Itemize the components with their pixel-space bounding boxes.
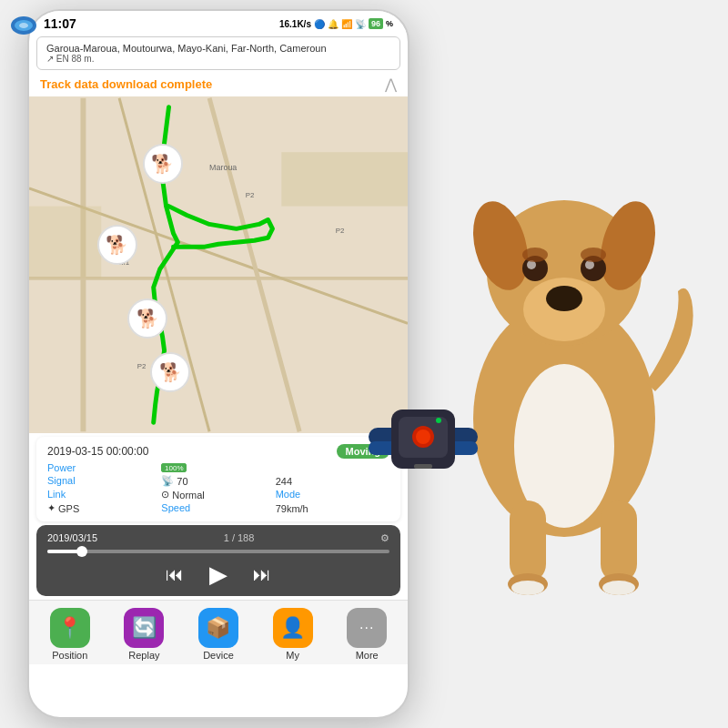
- bluetooth-icon: 🔵: [314, 19, 325, 29]
- playback-count: 1 / 188: [224, 532, 255, 544]
- rewind-icon: ⏮: [166, 564, 184, 585]
- dog-pin-4[interactable]: 🐕: [150, 352, 190, 392]
- play-button[interactable]: ▶: [209, 561, 228, 589]
- bottom-nav: 📍 Position 🔄 Replay 📦 Device 👤 My ···: [29, 600, 408, 664]
- my-label: My: [286, 650, 299, 661]
- svg-rect-30: [601, 500, 637, 582]
- nav-my[interactable]: 👤 My: [266, 608, 320, 661]
- my-icon: 👤: [280, 616, 305, 640]
- more-label: More: [356, 650, 379, 661]
- position-icon: 📍: [57, 616, 82, 640]
- gps-tracker-device: [364, 400, 482, 491]
- playback-controls: ⏮ ▶ ⏭: [47, 561, 389, 589]
- svg-text:P2: P2: [336, 227, 345, 235]
- app-logo: [9, 13, 38, 42]
- svg-rect-29: [510, 500, 546, 582]
- nav-more[interactable]: ··· More: [339, 608, 394, 661]
- device-label: Device: [203, 650, 234, 661]
- svg-point-22: [546, 286, 582, 311]
- speed-value: 79km/h: [276, 502, 389, 514]
- replay-label: Replay: [128, 650, 159, 661]
- track-banner: Track data download complete ⋀: [29, 72, 408, 96]
- collapse-icon[interactable]: ⋀: [385, 76, 397, 93]
- play-icon: ▶: [209, 561, 228, 589]
- svg-rect-9: [29, 207, 101, 278]
- svg-point-41: [436, 418, 441, 423]
- power-label: Power: [47, 462, 161, 473]
- svg-text:P2: P2: [246, 191, 255, 199]
- svg-point-28: [581, 248, 606, 262]
- my-icon-wrap: 👤: [273, 608, 313, 648]
- forward-button[interactable]: ⏭: [253, 564, 271, 585]
- link-value: ⊙ Normal: [161, 489, 275, 500]
- nav-replay[interactable]: 🔄 Replay: [116, 608, 171, 661]
- status-time: 11:07: [44, 16, 76, 31]
- power-value: 100%: [161, 462, 275, 473]
- status-icons: 16.1K/s 🔵 🔔 📶 📡 96 %: [279, 18, 393, 29]
- link-icon: ⊙: [161, 489, 169, 500]
- more-icon: ···: [359, 620, 374, 636]
- status-bar: 11:07 16.1K/s 🔵 🔔 📶 📡 96 %: [29, 11, 408, 35]
- replay-icon: 🔄: [132, 616, 157, 640]
- dog-pin-1[interactable]: 🐕: [143, 144, 183, 184]
- mode-icon: ✦: [47, 502, 56, 514]
- svg-rect-42: [414, 464, 432, 469]
- info-card: 2019-03-15 00:00:00 Moving Power 100% Si…: [36, 437, 400, 521]
- map-svg: Maroua P2 P2 M1 P2: [29, 96, 408, 433]
- speed-indicator: 16.1K/s: [279, 19, 311, 29]
- signal-value: 📡 70: [161, 475, 275, 487]
- playback-gear-icon[interactable]: ⚙: [380, 532, 389, 544]
- svg-point-34: [602, 581, 635, 595]
- replay-icon-wrap: 🔄: [124, 608, 164, 648]
- svg-point-2: [19, 23, 28, 28]
- position-icon-wrap: 📍: [50, 608, 90, 648]
- svg-rect-10: [281, 152, 408, 206]
- phone-frame: 11:07 16.1K/s 🔵 🔔 📶 📡 96 % Garoua-Maroua…: [27, 9, 410, 719]
- svg-text:Maroua: Maroua: [209, 163, 237, 172]
- info-datetime: 2019-03-15 00:00:00: [47, 445, 148, 458]
- position-label: Position: [52, 650, 87, 661]
- device-icon-wrap: 📦: [198, 608, 238, 648]
- nav-position[interactable]: 📍 Position: [43, 608, 97, 661]
- rewind-button[interactable]: ⏮: [166, 564, 184, 585]
- signal-bars: 📶: [341, 19, 352, 29]
- dog-illustration: [410, 73, 719, 619]
- device-icon: 📦: [206, 616, 230, 640]
- more-icon-wrap: ···: [347, 608, 387, 648]
- slider-thumb[interactable]: [76, 546, 87, 557]
- map-area[interactable]: Maroua P2 P2 M1 P2 🐕 🐕 🐕 🐕: [29, 96, 408, 433]
- info-grid: Power 100% Signal 📡 70 244 Link ⊙ Normal…: [47, 462, 389, 514]
- speed-label: Speed: [161, 502, 275, 514]
- alarm-icon: 🔔: [328, 19, 339, 29]
- dog-pin-2[interactable]: 🐕: [97, 225, 137, 265]
- signal-icon: 📡: [161, 475, 174, 487]
- playback-date: 2019/03/15: [47, 532, 97, 544]
- svg-point-40: [416, 430, 430, 444]
- playback-slider[interactable]: [47, 550, 389, 553]
- mode-value: ✦ GPS: [47, 502, 161, 514]
- location-bar: Garoua-Maroua, Moutourwa, Mayo-Kani, Far…: [36, 36, 400, 70]
- forward-icon: ⏭: [253, 564, 271, 585]
- nav-device[interactable]: 📦 Device: [191, 608, 246, 661]
- battery-icon: 96: [369, 18, 383, 29]
- signal-label: Signal: [47, 475, 161, 487]
- track-banner-text: Track data download complete: [40, 77, 212, 91]
- svg-text:P2: P2: [137, 362, 147, 370]
- wifi-icon: 📡: [355, 19, 366, 29]
- svg-point-27: [522, 248, 548, 262]
- link-label: Link: [47, 489, 161, 500]
- dog-pin-3[interactable]: 🐕: [127, 298, 167, 339]
- battery-bar: 100%: [161, 463, 187, 472]
- svg-point-33: [511, 581, 544, 595]
- location-name: Garoua-Maroua, Moutourwa, Mayo-Kani, Far…: [46, 43, 390, 54]
- location-altitude: ↗ EN 88 m.: [46, 54, 390, 64]
- playback-bar: 2019/03/15 1 / 188 ⚙ ⏮ ▶ ⏭: [36, 525, 400, 596]
